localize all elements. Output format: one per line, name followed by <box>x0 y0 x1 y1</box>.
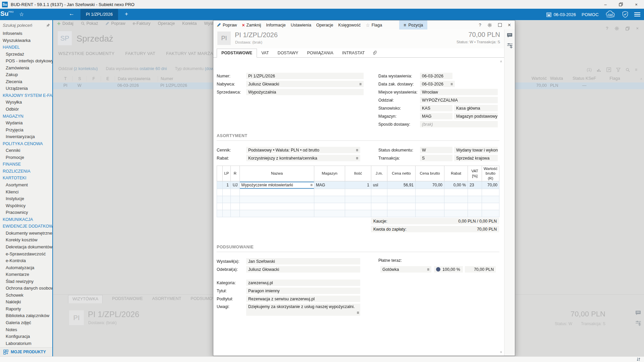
paperclip-icon[interactable] <box>372 50 377 56</box>
dropdown-menu-icon[interactable]: ≡ <box>310 183 313 187</box>
sidebar-item[interactable]: Schowek <box>0 292 52 299</box>
filter-typ-dokumentu[interactable]: Typ dokumentu (dowo <box>175 66 216 71</box>
magazyn-code-input[interactable]: MAG <box>420 113 452 119</box>
sidebar-item[interactable]: KARTOTEKI <box>0 175 52 182</box>
sidebar-item[interactable]: Automatyzacja <box>0 264 52 272</box>
back-arrow-icon[interactable]: ← <box>69 10 74 17</box>
help-menu[interactable]: POMOC <box>582 12 599 17</box>
sidebar-item[interactable]: Galeria zdjęć <box>0 319 52 326</box>
export-icon[interactable] <box>606 67 611 72</box>
dialog-help-icon[interactable]: ? <box>479 22 481 27</box>
empty-row[interactable] <box>217 210 499 217</box>
sidebar-item[interactable]: Naklejki <box>0 299 52 306</box>
sidebar-item[interactable]: HANDEL <box>0 44 52 51</box>
tab-powiazania[interactable]: POWIĄZANIA <box>303 49 337 57</box>
sidebar-item[interactable]: Wysyłka <box>0 99 52 106</box>
sidebar-item[interactable]: e-Kontrola <box>0 257 52 264</box>
sidebar-item[interactable]: ROZLICZENIA <box>0 168 52 175</box>
sidebar-item[interactable]: Cenniki <box>0 147 52 154</box>
odebral-input[interactable]: Juliusz Głowacki <box>246 266 360 273</box>
sidebar-item[interactable]: Inwentaryzacja <box>0 133 52 140</box>
command-search[interactable] <box>0 20 52 30</box>
tab-dostawy[interactable]: DOSTAWY <box>273 49 303 57</box>
miejsce-input[interactable]: Wrocław <box>420 89 498 95</box>
dropdown-menu-icon[interactable]: ≡ <box>357 82 362 86</box>
transakcja-name-input[interactable]: Sprzedaż krajowa <box>454 155 498 161</box>
transakcja-code-input[interactable]: S <box>420 155 452 161</box>
stanowisko-code-input[interactable]: KAS <box>420 105 452 111</box>
sliders-plus-icon[interactable] <box>635 320 641 326</box>
sidebar-item[interactable]: Raporty <box>0 306 52 313</box>
dialog-close-icon[interactable]: × <box>508 22 511 28</box>
bg-help-icon[interactable]: ? <box>606 26 608 31</box>
empty-row[interactable] <box>217 189 499 196</box>
sidebar-item[interactable]: Komentarze <box>0 271 52 278</box>
zamknij-button[interactable]: ×Zamknij <box>242 22 261 28</box>
sidebar-item[interactable]: KOMUNIKACJA <box>0 216 52 223</box>
dropdown-menu-icon[interactable]: ≡ <box>425 267 429 272</box>
bg-detail-tab-active[interactable]: WIZYTÓWKA <box>68 295 103 303</box>
item-row[interactable]: 1 UJ Wypożyczenie młotowiertarki≡ MAG 1 … <box>217 181 499 189</box>
bg-tab[interactable]: FAKTURY VAT MARŻA <box>166 51 213 56</box>
operacje-menu[interactable]: Operacje <box>316 23 333 27</box>
bg-tab[interactable]: WSZYSTKIE DOKUMENTY <box>58 51 115 56</box>
sidebar-item[interactable]: Infoserwis <box>0 30 52 37</box>
podtytul-input[interactable]: Rezerwacja z serwisu zarezerwuj.pl <box>246 296 360 302</box>
cennik-input[interactable]: Podstawowy • Waluta: PLN • od brutto≡ <box>246 147 360 153</box>
chart-icon[interactable] <box>597 68 601 72</box>
comment-bubble-icon[interactable] <box>507 33 513 38</box>
sposob-dostawy-input[interactable]: (brak) <box>420 121 498 127</box>
sidebar-footer-moje-produkty[interactable]: MOJE PRODUKTY <box>0 347 52 356</box>
scroll-up-icon[interactable]: ∧ <box>500 60 502 63</box>
dialog-gear-icon[interactable] <box>487 23 492 27</box>
uwagi-input[interactable]: Dziękujemy za skorzystanie z usług nasze… <box>246 304 360 316</box>
search-input[interactable] <box>3 23 46 28</box>
sidebar-item[interactable]: Biblioteka załączników <box>0 312 52 319</box>
sidebar-item[interactable]: Dokumenty wewnętrzne <box>0 230 52 237</box>
new-tab-button[interactable]: + <box>125 11 128 17</box>
restore-button[interactable] <box>613 0 629 9</box>
sidebar-item[interactable]: Wydania <box>0 120 52 127</box>
sidebar-item[interactable]: Klienci <box>0 189 52 196</box>
wystawil-input[interactable]: Jan Szefowski <box>246 258 360 264</box>
comment-bubble-icon[interactable] <box>635 310 641 315</box>
sidebar-item[interactable]: Korekty kosztów <box>0 237 52 244</box>
bg-restore-icon[interactable] <box>626 26 630 31</box>
bg-detail-tab[interactable]: PODSTAWOWE <box>112 296 143 303</box>
item-name-editor[interactable]: Wypożyczenie młotowiertarki≡ <box>240 182 314 189</box>
ksef-cloud-icon[interactable]: KSeF <box>604 10 616 18</box>
sidebar-item[interactable]: Promocje <box>0 154 52 161</box>
bg-korekta-button[interactable]: Korekta <box>182 21 197 26</box>
bg-scroll-up-icon[interactable]: ∧ <box>640 77 642 80</box>
sidebar-item[interactable]: Ochrona danych osobow... <box>0 285 52 292</box>
funnel-icon[interactable] <box>616 68 621 72</box>
sidebar-item[interactable]: Notes <box>0 326 52 334</box>
bg-operacje-button[interactable]: Operacje <box>158 21 175 26</box>
nabywca-input[interactable]: Juliusz Głowacki≡ <box>246 81 364 87</box>
filter-data-wystawienia[interactable]: Data wystawienia ostatnie 60 dni <box>106 66 167 71</box>
sidebar-item[interactable]: Instytucje <box>0 195 52 202</box>
favorites-star-icon[interactable]: ☆ <box>19 11 24 17</box>
sync-arrows-icon[interactable] <box>636 357 641 362</box>
document-tab[interactable]: PI 1/ZPL/2026 <box>80 9 118 20</box>
dropdown-menu-icon[interactable]: ≡ <box>448 82 453 86</box>
sidebar-item[interactable]: Pracownicy <box>0 209 52 216</box>
sidebar-item[interactable]: e-Sprawozdawczość <box>0 251 52 258</box>
sidebar-item[interactable]: Wyszukiwarka <box>0 37 52 44</box>
popraw-button[interactable]: Popraw <box>217 23 237 27</box>
tab-intrastat[interactable]: INTRASTAT <box>338 49 369 57</box>
informacje-menu[interactable]: Informacje <box>266 23 285 27</box>
sidebar-item[interactable]: KRAJOWY SYSTEM E-FAKTUR <box>0 92 52 99</box>
status-dokumentu-name-input[interactable]: Wydany towar i wykona≡ <box>454 147 498 153</box>
numer-input[interactable]: PI 1/ZPL/2026 <box>246 73 364 79</box>
sprzedawca-input[interactable]: Wypożyczalnia <box>246 89 364 95</box>
payment-method-input[interactable]: Gotówka≡ <box>380 266 431 273</box>
sidebar-item[interactable]: Laboratorium <box>0 340 52 347</box>
sidebar-item[interactable]: Zlecenia <box>0 78 52 85</box>
sidebar-item[interactable]: Wspólnicy <box>0 202 52 209</box>
shield-check-icon[interactable] <box>622 11 628 18</box>
sidebar-item[interactable]: EWIDENCJE DODATKOWE <box>0 223 52 230</box>
tab-podstawowe[interactable]: PODSTAWOWE <box>217 49 257 58</box>
bg-close-icon[interactable]: × <box>636 26 639 31</box>
data-zak-dostawy-input[interactable]: 06-03-2026≡ <box>420 81 455 87</box>
